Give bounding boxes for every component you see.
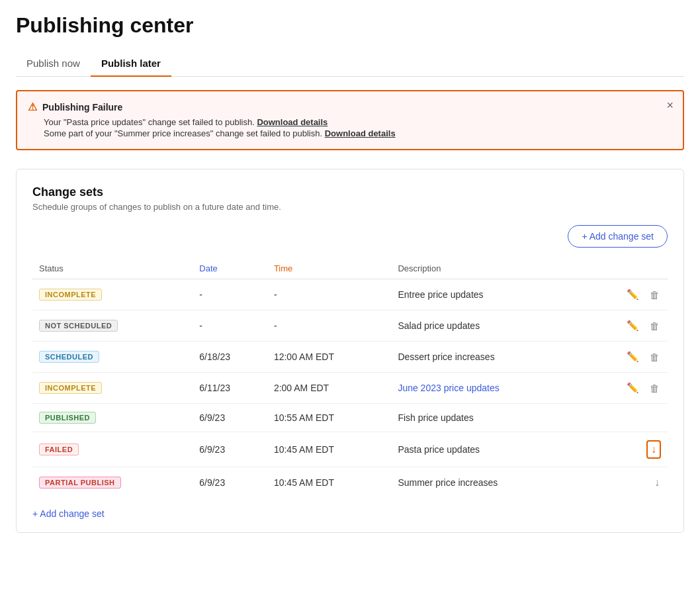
time-cell: 10:45 AM EDT — [267, 432, 391, 467]
time-cell: 10:45 AM EDT — [267, 467, 391, 498]
add-btn-row: + Add change set — [32, 225, 668, 248]
alert-close-button[interactable]: × — [666, 99, 674, 111]
alert-title: Publishing Failure — [42, 102, 122, 113]
add-change-set-button-top[interactable]: + Add change set — [568, 225, 668, 248]
table-row: INCOMPLETE6/11/232:00 AM EDTJune 2023 pr… — [32, 373, 668, 404]
alert-box: ⚠ Publishing Failure × Your "Pasta price… — [16, 90, 684, 150]
table-row: PARTIAL PUBLISH6/9/2310:45 AM EDTSummer … — [32, 467, 668, 498]
delete-button[interactable]: 🗑 — [648, 381, 661, 395]
description-cell[interactable]: June 2023 price updates — [391, 373, 585, 404]
date-cell: - — [193, 279, 267, 310]
date-cell: - — [193, 310, 267, 342]
date-cell: 6/9/23 — [193, 432, 267, 467]
action-cell: ✏️🗑 — [591, 381, 661, 395]
actions-cell: ✏️🗑 — [585, 342, 668, 373]
description-link[interactable]: June 2023 price updates — [398, 383, 499, 393]
change-sets-table: Status Date Time Description INCOMPLETE-… — [32, 258, 668, 498]
alert-line1-link[interactable]: Download details — [257, 117, 328, 127]
table-row: PUBLISHED6/9/2310:55 AM EDTFish price up… — [32, 404, 668, 432]
alert-line-1: Your "Pasta price updates" change set fa… — [44, 117, 672, 127]
time-cell: 12:00 AM EDT — [267, 342, 391, 373]
edit-button[interactable]: ✏️ — [625, 287, 640, 302]
action-cell: ↓ — [591, 440, 661, 459]
status-badge: PUBLISHED — [39, 412, 96, 424]
action-cell: ↓ — [591, 475, 661, 490]
description-cell: Salad price updates — [391, 310, 585, 342]
description-cell: Entree price updates — [391, 279, 585, 310]
status-cell: INCOMPLETE — [32, 373, 193, 404]
delete-button[interactable]: 🗑 — [648, 319, 661, 333]
description-cell: Pasta price updates — [391, 432, 585, 467]
status-badge: INCOMPLETE — [39, 289, 102, 301]
description-cell: Dessert price increases — [391, 342, 585, 373]
bottom-add-label: + Add change set — [32, 508, 105, 519]
section-title: Change sets — [32, 185, 668, 199]
status-cell: PUBLISHED — [32, 404, 193, 432]
date-cell: 6/18/23 — [193, 342, 267, 373]
page-title: Publishing center — [16, 13, 684, 38]
section-subtitle: Schedule groups of changes to publish on… — [32, 202, 668, 212]
alert-header: ⚠ Publishing Failure — [28, 101, 672, 113]
time-cell: 10:55 AM EDT — [267, 404, 391, 432]
status-badge: PARTIAL PUBLISH — [39, 477, 121, 489]
change-sets-section: Change sets Schedule groups of changes t… — [16, 169, 684, 533]
time-cell: - — [267, 310, 391, 342]
alert-line1-prefix: Your "Pasta price updates" change set fa… — [44, 117, 255, 127]
time-cell: - — [267, 279, 391, 310]
col-header-time: Time — [267, 258, 391, 279]
table-row: FAILED6/9/2310:45 AM EDTPasta price upda… — [32, 432, 668, 467]
download-button[interactable]: ↓ — [653, 475, 661, 490]
col-header-description: Description — [391, 258, 585, 279]
status-cell: INCOMPLETE — [32, 279, 193, 310]
tab-publish-now[interactable]: Publish now — [16, 51, 91, 77]
status-cell: NOT SCHEDULED — [32, 310, 193, 342]
status-badge: NOT SCHEDULED — [39, 320, 118, 332]
edit-button[interactable]: ✏️ — [625, 318, 640, 333]
status-badge: INCOMPLETE — [39, 382, 102, 394]
table-row: INCOMPLETE--Entree price updates✏️🗑 — [32, 279, 668, 310]
actions-cell — [585, 404, 668, 432]
date-cell: 6/9/23 — [193, 467, 267, 498]
action-cell: ✏️🗑 — [591, 350, 661, 364]
description-cell: Summer price increases — [391, 467, 585, 498]
table-header-row: Status Date Time Description — [32, 258, 668, 279]
action-cell: ✏️🗑 — [591, 318, 661, 333]
table-row: SCHEDULED6/18/2312:00 AM EDTDessert pric… — [32, 342, 668, 373]
col-header-status: Status — [32, 258, 193, 279]
alert-line2-link[interactable]: Download details — [325, 128, 396, 138]
alert-line2-prefix: Some part of your "Summer price increase… — [44, 128, 322, 138]
status-cell: FAILED — [32, 432, 193, 467]
download-highlighted-button[interactable]: ↓ — [646, 440, 661, 459]
col-header-date: Date — [193, 258, 267, 279]
actions-cell: ↓ — [585, 432, 668, 467]
table-row: NOT SCHEDULED--Salad price updates✏️🗑 — [32, 310, 668, 342]
add-change-set-bottom[interactable]: + Add change set — [32, 508, 105, 519]
actions-cell: ✏️🗑 — [585, 310, 668, 342]
status-cell: SCHEDULED — [32, 342, 193, 373]
time-cell: 2:00 AM EDT — [267, 373, 391, 404]
delete-button[interactable]: 🗑 — [648, 288, 661, 302]
actions-cell: ↓ — [585, 467, 668, 498]
delete-button[interactable]: 🗑 — [648, 350, 661, 364]
description-cell: Fish price updates — [391, 404, 585, 432]
actions-cell: ✏️🗑 — [585, 373, 668, 404]
edit-button[interactable]: ✏️ — [625, 350, 640, 364]
alert-line-2: Some part of your "Summer price increase… — [44, 128, 672, 138]
status-cell: PARTIAL PUBLISH — [32, 467, 193, 498]
edit-button[interactable]: ✏️ — [625, 381, 640, 395]
col-header-actions — [585, 258, 668, 279]
status-badge: SCHEDULED — [39, 351, 99, 363]
tabs-container: Publish now Publish later — [16, 51, 684, 77]
tab-publish-later[interactable]: Publish later — [91, 51, 171, 77]
page-wrapper: Publishing center Publish now Publish la… — [0, 0, 700, 609]
warning-icon: ⚠ — [28, 101, 37, 113]
action-cell: ✏️🗑 — [591, 287, 661, 302]
date-cell: 6/11/23 — [193, 373, 267, 404]
actions-cell: ✏️🗑 — [585, 279, 668, 310]
status-badge: FAILED — [39, 444, 79, 455]
date-cell: 6/9/23 — [193, 404, 267, 432]
